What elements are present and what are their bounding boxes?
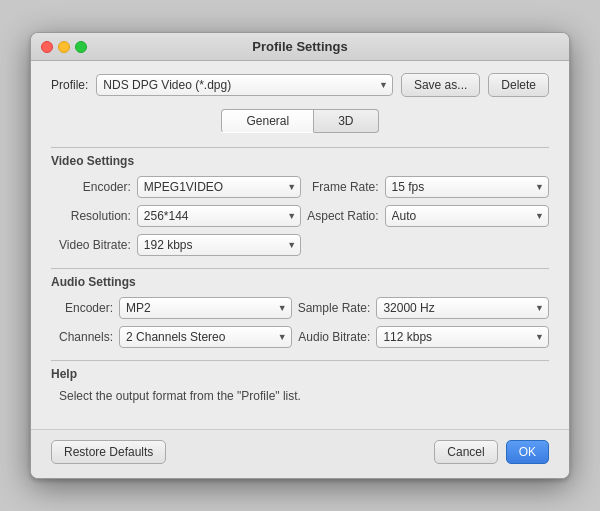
help-title: Help [51,367,549,381]
save-as-button[interactable]: Save as... [401,73,480,97]
frame-rate-select[interactable]: 15 fps [385,176,549,198]
encoder-label: Encoder: [59,180,131,194]
audio-encoder-select[interactable]: MP2 [119,297,292,319]
footer-right: Cancel OK [434,440,549,464]
sample-rate-select[interactable]: 32000 Hz [376,297,549,319]
cancel-button[interactable]: Cancel [434,440,497,464]
audio-fields: Encoder: MP2 ▼ Sample Rate: 32000 Hz ▼ C… [51,297,549,348]
restore-defaults-button[interactable]: Restore Defaults [51,440,166,464]
traffic-lights [41,41,87,53]
minimize-button[interactable] [58,41,70,53]
video-bitrate-label: Video Bitrate: [59,238,131,252]
aspect-ratio-label: Aspect Ratio: [307,209,378,223]
profile-settings-window: Profile Settings Profile: NDS DPG Video … [30,32,570,479]
resolution-select[interactable]: 256*144 [137,205,301,227]
tabs-row: General 3D [51,109,549,133]
help-section: Help Select the output format from the "… [51,360,549,403]
audio-encoder-select-wrap: MP2 ▼ [119,297,292,319]
ok-button[interactable]: OK [506,440,549,464]
resolution-label: Resolution: [59,209,131,223]
audio-encoder-label: Encoder: [59,301,113,315]
sample-rate-label: Sample Rate: [298,301,371,315]
main-content: Profile: NDS DPG Video (*.dpg) ▼ Save as… [31,61,569,429]
tab-3d[interactable]: 3D [314,109,378,133]
audio-bitrate-select[interactable]: 112 kbps [376,326,549,348]
aspect-ratio-select[interactable]: Auto [385,205,549,227]
aspect-ratio-select-wrap: Auto ▼ [385,205,549,227]
sample-rate-select-wrap: 32000 Hz ▼ [376,297,549,319]
audio-bitrate-select-wrap: 112 kbps ▼ [376,326,549,348]
video-bitrate-select-wrap: 192 kbps ▼ [137,234,301,256]
profile-label: Profile: [51,78,88,92]
channels-select[interactable]: 2 Channels Stereo [119,326,292,348]
video-divider [51,147,549,148]
channels-select-wrap: 2 Channels Stereo ▼ [119,326,292,348]
frame-rate-label: Frame Rate: [307,180,378,194]
frame-rate-select-wrap: 15 fps ▼ [385,176,549,198]
tab-general[interactable]: General [221,109,314,133]
video-fields: Encoder: MPEG1VIDEO ▼ Frame Rate: 15 fps… [51,176,549,256]
video-settings-title: Video Settings [51,154,549,168]
video-settings-section: Video Settings Encoder: MPEG1VIDEO ▼ Fra… [51,147,549,256]
audio-settings-title: Audio Settings [51,275,549,289]
footer: Restore Defaults Cancel OK [31,429,569,478]
help-divider [51,360,549,361]
close-button[interactable] [41,41,53,53]
encoder-select[interactable]: MPEG1VIDEO [137,176,301,198]
window-title: Profile Settings [252,39,347,54]
profile-select[interactable]: NDS DPG Video (*.dpg) [96,74,393,96]
channels-label: Channels: [59,330,113,344]
profile-row: Profile: NDS DPG Video (*.dpg) ▼ Save as… [51,73,549,97]
audio-settings-section: Audio Settings Encoder: MP2 ▼ Sample Rat… [51,268,549,348]
delete-button[interactable]: Delete [488,73,549,97]
titlebar: Profile Settings [31,33,569,61]
encoder-select-wrap: MPEG1VIDEO ▼ [137,176,301,198]
profile-select-wrap: NDS DPG Video (*.dpg) ▼ [96,74,393,96]
maximize-button[interactable] [75,41,87,53]
help-text: Select the output format from the "Profi… [51,389,549,403]
audio-divider [51,268,549,269]
resolution-select-wrap: 256*144 ▼ [137,205,301,227]
audio-bitrate-label: Audio Bitrate: [298,330,371,344]
video-bitrate-select[interactable]: 192 kbps [137,234,301,256]
